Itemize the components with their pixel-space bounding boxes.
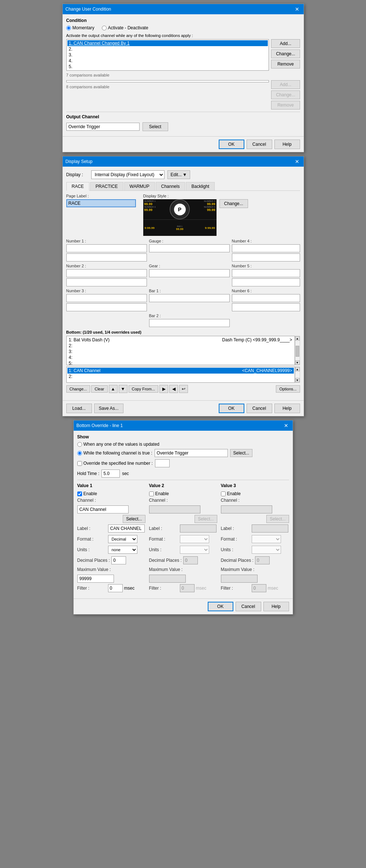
- dialog3-ok-button[interactable]: OK: [208, 602, 233, 611]
- override-list[interactable]: 1: CAN Channel <CAN_CHANNEL99999> 2:: [66, 367, 295, 383]
- override-item-2[interactable]: 2:: [67, 374, 294, 379]
- value1-label-input[interactable]: [108, 524, 145, 533]
- icon-3[interactable]: ↩: [179, 385, 188, 393]
- gauge-input[interactable]: [149, 244, 230, 252]
- conditions-list[interactable]: 1. CAN Channel Changed By 1 2. 3. 4. 5.: [66, 39, 269, 71]
- radio-channel-input[interactable]: [77, 451, 82, 456]
- remove-button-2[interactable]: Remove: [271, 101, 300, 110]
- tab-backlight[interactable]: Backlight: [186, 182, 215, 190]
- dialog1-ok-button[interactable]: OK: [219, 140, 244, 149]
- conditions-list-2[interactable]: [66, 80, 269, 82]
- bottom-list[interactable]: 1: Bat Volts Dash (V) Dash Temp (C) <99.…: [66, 336, 295, 365]
- list-item-3[interactable]: 3.: [67, 52, 268, 58]
- tab-race[interactable]: RACE: [66, 182, 89, 191]
- bottom-list-scrollbar[interactable]: ▲ ▼: [295, 336, 300, 365]
- display-combo[interactable]: Internal Display (Fixed Layout): [91, 170, 164, 179]
- bottom-item-1[interactable]: 1: Bat Volts Dash (V) Dash Temp (C) <99.…: [67, 337, 294, 343]
- override-line-checkbox[interactable]: Override the specified line number :: [77, 461, 153, 466]
- dialog1-cancel-button[interactable]: Cancel: [247, 140, 272, 149]
- number1-input-2[interactable]: [66, 253, 147, 261]
- override-line-input[interactable]: [155, 459, 170, 467]
- radio-channel-true[interactable]: While the following channel is true :: [77, 450, 152, 456]
- bottom-item-3[interactable]: 3:: [67, 349, 294, 355]
- move-up-icon[interactable]: ▲: [109, 385, 118, 393]
- channel-true-input[interactable]: [155, 449, 228, 457]
- dialog2-ok-button[interactable]: OK: [219, 404, 244, 413]
- number1-input-1[interactable]: [66, 244, 147, 252]
- move-down-icon[interactable]: ▼: [119, 385, 127, 393]
- tab-warmup[interactable]: WARMUP: [124, 182, 155, 190]
- tab-practice[interactable]: PRACTICE: [90, 182, 123, 190]
- value1-decimal-input[interactable]: [111, 556, 126, 564]
- override-checkbox-input[interactable]: [77, 461, 82, 466]
- override-item-1[interactable]: 1: CAN Channel <CAN_CHANNEL99999>: [67, 368, 294, 374]
- bottom-item-5[interactable]: 5:: [67, 360, 294, 365]
- options-button[interactable]: Options...: [276, 385, 300, 393]
- override-scroll-up[interactable]: ▲: [295, 367, 300, 371]
- value3-select-button[interactable]: Select...: [266, 515, 289, 523]
- channel-select-button[interactable]: Select...: [230, 449, 252, 457]
- number3-input-1[interactable]: [66, 294, 147, 302]
- radio-any-updated[interactable]: When any one of the values is updated: [77, 442, 159, 447]
- scroll-down-arrow[interactable]: ▼: [295, 360, 300, 365]
- toolbar-clear-button[interactable]: Clear: [91, 385, 107, 393]
- list-item-2[interactable]: 2.: [67, 46, 268, 52]
- radio-activate-deactivate[interactable]: Activate - Deactivate: [102, 25, 148, 30]
- dialog3-cancel-button[interactable]: Cancel: [236, 602, 261, 611]
- radio-activate-input[interactable]: [102, 26, 107, 30]
- change-button-1[interactable]: Change...: [271, 49, 300, 58]
- list-item-1[interactable]: 1. CAN Channel Changed By 1: [67, 40, 268, 46]
- tab-channels[interactable]: Channels: [156, 182, 185, 190]
- value1-channel-input[interactable]: [77, 505, 129, 513]
- number2-input-1[interactable]: [66, 269, 147, 277]
- value1-units-select[interactable]: none: [108, 546, 137, 554]
- radio-momentary[interactable]: Momentary: [66, 25, 95, 30]
- number4-input-2[interactable]: [232, 253, 300, 261]
- remove-button-1[interactable]: Remove: [271, 60, 300, 68]
- dialog2-saveas-button[interactable]: Save As...: [94, 404, 123, 413]
- value1-enable-checkbox[interactable]: [77, 492, 82, 496]
- value1-format-select[interactable]: Decimal: [108, 535, 137, 543]
- output-select-button[interactable]: Select: [143, 122, 168, 131]
- icon-2[interactable]: ◀: [169, 385, 178, 393]
- dialog2-close-button[interactable]: ✕: [293, 159, 301, 164]
- copy-from-button[interactable]: Copy From...: [129, 385, 159, 393]
- add-button-1[interactable]: Add...: [271, 39, 300, 48]
- number3-input-2[interactable]: [66, 303, 147, 311]
- dialog2-load-button[interactable]: Load...: [66, 404, 92, 413]
- icon-1[interactable]: ▶: [159, 385, 168, 393]
- output-channel-input[interactable]: Override Trigger: [66, 123, 140, 131]
- value3-enable-checkbox[interactable]: [221, 492, 226, 496]
- number5-input-1[interactable]: [232, 269, 300, 277]
- toolbar-change-button[interactable]: Change...: [66, 385, 90, 393]
- number4-input-1[interactable]: [232, 244, 300, 252]
- page-label-input[interactable]: [66, 199, 136, 207]
- value2-enable-checkbox[interactable]: [149, 492, 154, 496]
- gear-input[interactable]: [149, 269, 230, 277]
- dialog3-close-button[interactable]: ✕: [282, 423, 290, 429]
- scroll-up-arrow[interactable]: ▲: [295, 336, 300, 341]
- add-button-2[interactable]: Add...: [271, 80, 300, 89]
- hold-time-input[interactable]: [101, 470, 120, 478]
- display-style-change-button[interactable]: Change...: [219, 199, 248, 208]
- override-scroll-down[interactable]: ▼: [295, 378, 300, 382]
- dialog1-help-button[interactable]: Help: [274, 140, 300, 149]
- edit-button[interactable]: Edit... ▼: [167, 170, 191, 179]
- value1-filter-input[interactable]: [108, 584, 123, 592]
- bar1-input[interactable]: [149, 294, 230, 302]
- dialog3-help-button[interactable]: Help: [263, 602, 289, 611]
- list-item-5[interactable]: 5.: [67, 64, 268, 70]
- bottom-item-4[interactable]: 4:: [67, 355, 294, 360]
- value1-max-input[interactable]: [77, 575, 114, 583]
- radio-any-input[interactable]: [77, 442, 82, 447]
- dialog2-help-button[interactable]: Help: [274, 404, 300, 413]
- dialog1-close-button[interactable]: ✕: [293, 6, 301, 12]
- value2-select-button[interactable]: Select...: [195, 515, 217, 523]
- bottom-item-2[interactable]: 2:: [67, 343, 294, 349]
- radio-momentary-input[interactable]: [66, 26, 71, 30]
- value1-select-button[interactable]: Select...: [123, 515, 145, 523]
- change-button-2[interactable]: Change...: [271, 90, 300, 99]
- dialog2-cancel-button[interactable]: Cancel: [247, 404, 272, 413]
- number5-input-2[interactable]: [232, 278, 300, 286]
- number6-input-1[interactable]: [232, 294, 300, 302]
